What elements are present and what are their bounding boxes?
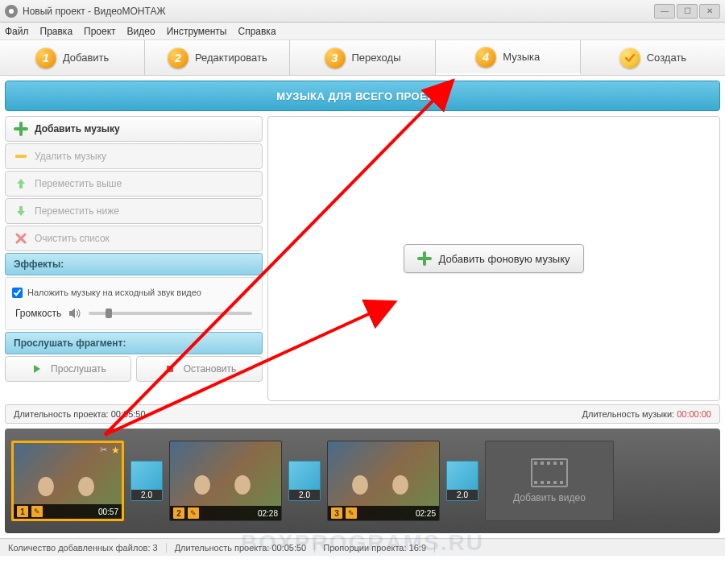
move-down-label: Переместить ниже (35, 205, 119, 217)
step-2-icon: 2 (168, 48, 188, 68)
music-panel: Добавить музыку Удалить музыку Перемести… (5, 116, 263, 401)
transition-icon (131, 462, 162, 490)
volume-slider[interactable] (89, 312, 252, 315)
minimize-button[interactable]: — (654, 4, 675, 19)
arrow-up-icon (14, 176, 28, 191)
step-4-label: Музыка (503, 51, 540, 63)
move-up-label: Переместить выше (35, 178, 122, 189)
status-bar: Количество добавленных файлов: 3 Длитель… (0, 538, 725, 556)
menu-tools[interactable]: Инструменты (167, 26, 227, 37)
status-files-value: 3 (153, 543, 158, 553)
step-4-icon: 4 (475, 47, 496, 68)
x-icon (14, 231, 28, 246)
add-music-label: Добавить музыку (35, 123, 120, 135)
add-bg-label: Добавить фоновую музыку (438, 253, 570, 265)
transition-value: 2.0 (131, 490, 162, 500)
transition-value: 2.0 (447, 490, 478, 500)
clip-3[interactable]: 3 ✎ 02:25 (327, 441, 440, 521)
step-music[interactable]: 4 Музыка (436, 40, 581, 75)
transition-icon (289, 462, 320, 490)
move-up-button[interactable]: Переместить выше (5, 171, 263, 197)
play-button[interactable]: Прослушать (5, 356, 131, 382)
status-dur-value: 00:05:50 (271, 543, 306, 553)
status-files-label: Количество добавленных файлов: (8, 543, 150, 553)
clip-2[interactable]: 2 ✎ 02:28 (169, 441, 282, 521)
step-create[interactable]: Создать (581, 40, 725, 75)
stop-button[interactable]: Остановить (136, 356, 263, 382)
step-5-label: Создать (647, 52, 686, 64)
duration-bar: Длительность проекта: 00:05:50 Длительно… (5, 404, 720, 424)
move-down-button[interactable]: Переместить ниже (5, 198, 263, 224)
pencil-icon[interactable]: ✎ (31, 506, 43, 517)
star-icon: ★ (111, 445, 120, 456)
window-title: Новый проект - ВидеоМОНТАЖ (23, 6, 654, 17)
add-video-button[interactable]: Добавить видео (485, 441, 614, 521)
speaker-icon (68, 306, 82, 321)
stop-label: Остановить (184, 363, 237, 375)
step-add[interactable]: 1 Добавить (0, 40, 145, 75)
menu-bar: Файл Правка Проект Видео Инструменты Спр… (0, 23, 725, 40)
clear-list-button[interactable]: Очистить список (5, 226, 263, 251)
pencil-icon[interactable]: ✎ (188, 507, 199, 519)
effects-box: Наложить музыку на исходный звук видео Г… (5, 277, 263, 330)
check-icon (619, 48, 640, 68)
clip-num: 2 (173, 507, 184, 519)
transition-3[interactable]: 2.0 (446, 461, 478, 501)
preview-area: Добавить фоновую музыку (267, 116, 720, 401)
add-music-button[interactable]: Добавить музыку (5, 116, 263, 142)
delete-music-label: Удалить музыку (35, 151, 106, 162)
step-1-label: Добавить (63, 52, 109, 64)
step-tabs: 1 Добавить 2 Редактировать 3 Переходы 4 … (0, 40, 725, 76)
title-bar: Новый проект - ВидеоМОНТАЖ — ☐ ✕ (0, 0, 725, 23)
arrow-down-icon (14, 204, 28, 218)
step-edit[interactable]: 2 Редактировать (145, 40, 290, 75)
transition-value: 2.0 (289, 490, 320, 500)
effects-header-label: Эффекты: (14, 259, 64, 270)
clear-list-label: Очистить список (35, 233, 110, 244)
clip-time: 00:57 (98, 507, 118, 516)
volume-label: Громкость (15, 308, 61, 319)
step-3-label: Переходы (352, 52, 401, 64)
step-transitions[interactable]: 3 Переходы (290, 40, 435, 75)
clip-time: 02:28 (258, 509, 278, 518)
clip-1[interactable]: ✂ ★ 1 ✎ 00:57 (11, 441, 124, 521)
close-button[interactable]: ✕ (699, 4, 720, 19)
play-icon (30, 362, 44, 376)
menu-edit[interactable]: Правка (40, 26, 73, 37)
filmstrip-icon (531, 458, 568, 487)
project-dur-value: 00:05:50 (111, 409, 146, 419)
status-aspect-label: Пропорции проекта: (323, 543, 406, 553)
preview-header: Прослушать фрагмент: (5, 332, 263, 354)
clip-num: 3 (331, 507, 342, 519)
status-aspect-value: 16:9 (409, 543, 426, 553)
clip-time: 02:25 (416, 509, 436, 518)
plus-icon (14, 122, 28, 136)
svg-rect-0 (15, 155, 27, 158)
project-dur-label: Длительность проекта: (14, 409, 109, 419)
stop-icon (163, 362, 177, 376)
overlay-checkbox[interactable] (12, 288, 23, 298)
menu-project[interactable]: Проект (84, 26, 116, 37)
menu-file[interactable]: Файл (5, 26, 29, 37)
music-dur-value: 00:00:00 (677, 409, 711, 419)
add-bg-music-button[interactable]: Добавить фоновую музыку (404, 244, 583, 273)
step-2-label: Редактировать (195, 52, 267, 64)
transition-2[interactable]: 2.0 (288, 461, 321, 501)
maximize-button[interactable]: ☐ (677, 4, 698, 19)
effects-header: Эффекты: (5, 253, 263, 275)
main-area: Добавить музыку Удалить музыку Перемести… (5, 116, 720, 401)
section-title: МУЗЫКА ДЛЯ ВСЕГО ПРОЕКТА (276, 90, 448, 102)
minus-icon (14, 149, 28, 164)
menu-video[interactable]: Видео (127, 26, 155, 37)
step-1-icon: 1 (35, 48, 56, 68)
menu-help[interactable]: Справка (238, 26, 276, 37)
preview-header-label: Прослушать фрагмент: (14, 337, 126, 349)
timeline: ✂ ★ 1 ✎ 00:57 2.0 2 ✎ 02:28 2.0 3 ✎ 02:2… (5, 429, 720, 533)
transition-icon (447, 462, 478, 490)
transition-1[interactable]: 2.0 (130, 461, 163, 501)
music-dur-label: Длительность музыки: (582, 409, 675, 419)
delete-music-button[interactable]: Удалить музыку (5, 143, 263, 169)
overlay-label: Наложить музыку на исходный звук видео (27, 288, 201, 297)
pencil-icon[interactable]: ✎ (346, 507, 357, 519)
scissors-icon: ✂ (100, 445, 107, 455)
